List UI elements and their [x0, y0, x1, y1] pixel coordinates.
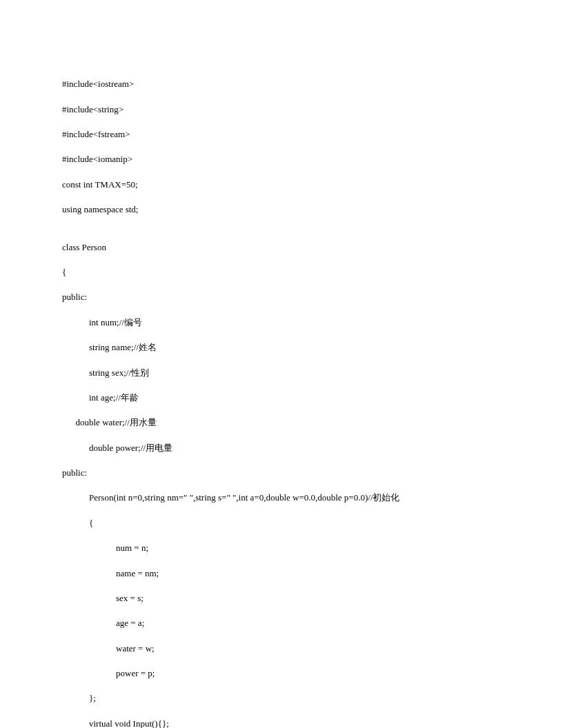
code-line: name = nm; [62, 567, 501, 580]
code-line: public: [62, 291, 501, 303]
code-line: public: [62, 467, 501, 479]
code-line: }; [62, 692, 501, 705]
code-line: age = a; [62, 617, 501, 629]
code-line: #include<iostream> [62, 78, 501, 90]
code-line: num = n; [62, 542, 501, 554]
code-line: power = p; [62, 667, 501, 680]
code-line: #include<fstream> [62, 128, 501, 141]
code-page: #include<iostream> #include<string> #inc… [0, 0, 563, 728]
code-line: string name;//姓名 [62, 341, 501, 354]
code-line: Person(int n=0,string nm=" ",string s=" … [62, 492, 501, 504]
code-line: #include<string> [62, 103, 501, 116]
code-line: const int TMAX=50; [62, 179, 501, 191]
code-line: class Person [62, 241, 501, 254]
code-line: double water;//用水量 [62, 416, 501, 429]
code-line: { [62, 266, 501, 279]
code-line: int age;//年龄 [62, 392, 501, 404]
code-line: { [62, 517, 501, 529]
code-line: #include<iomanip> [62, 153, 501, 165]
code-line: int num;//编号 [62, 316, 501, 329]
code-line: string sex;//性别 [62, 367, 501, 379]
code-line: sex = s; [62, 592, 501, 605]
code-line: double power;//用电量 [62, 442, 501, 454]
code-line: virtual void Input(){}; [62, 718, 501, 728]
code-line: using namespace std; [62, 203, 501, 216]
code-line: water = w; [62, 643, 501, 655]
